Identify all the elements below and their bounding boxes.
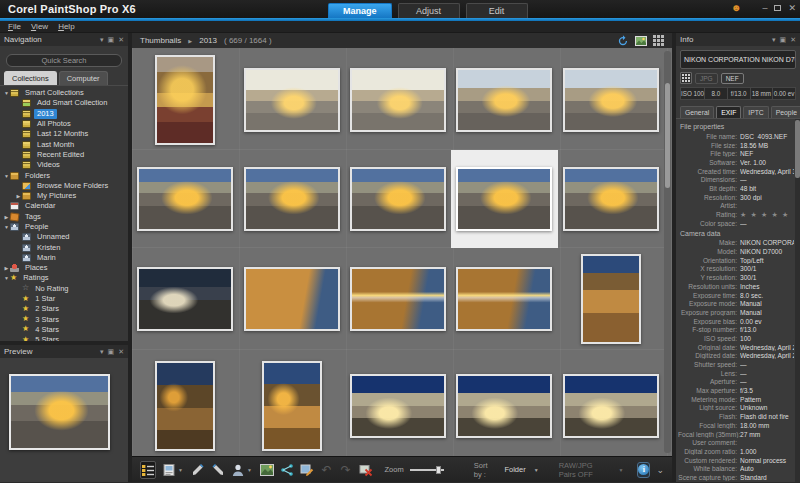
account-icon[interactable]: ☻	[731, 2, 742, 13]
info-tab-iptc[interactable]: IPTC	[743, 106, 768, 118]
sidebar-item-no-rating[interactable]: ☆No Rating	[0, 284, 128, 294]
photo-thumbnail[interactable]	[244, 267, 340, 331]
sidebar-item-2-stars[interactable]: ★2 Stars	[0, 304, 128, 314]
sidebar-item-recent-edited[interactable]: Recent Edited	[0, 150, 128, 160]
panel-close-icon[interactable]: ✕	[790, 36, 796, 44]
collapse-arrow-icon[interactable]: ▼	[3, 173, 10, 179]
sidebar-item-folders[interactable]: ▼Folders	[0, 170, 128, 180]
collapse-arrow-icon[interactable]: ▼	[3, 275, 10, 281]
info-tab-people[interactable]: People	[771, 106, 800, 118]
image-map-icon[interactable]	[260, 461, 274, 479]
nav-tab-computer[interactable]: Computer	[59, 71, 108, 85]
photo-thumbnail[interactable]	[137, 167, 233, 231]
sidebar-item-my-pictures[interactable]: ▶My Pictures	[0, 191, 128, 201]
expand-arrow-icon[interactable]: ▶	[15, 193, 22, 199]
sidebar-item-last-12-months[interactable]: Last 12 Months	[0, 129, 128, 139]
sidebar-item-all-photos[interactable]: All Photos	[0, 119, 128, 129]
info-tab-general[interactable]: General	[680, 106, 714, 118]
panel-pin-icon[interactable]: ▣	[108, 36, 115, 44]
sidebar-item-calendar[interactable]: Calendar	[0, 201, 128, 211]
nav-tab-collections[interactable]: Collections	[4, 71, 57, 85]
tab-edit[interactable]: Edit	[466, 3, 528, 18]
photo-thumbnail[interactable]	[137, 267, 233, 331]
breadcrumb-root[interactable]: Thumbnails	[140, 36, 181, 45]
collapse-arrow-icon[interactable]: ▼	[3, 224, 10, 230]
photo-thumbnail[interactable]	[244, 68, 340, 132]
info-toggle-button[interactable]: i	[637, 462, 650, 478]
sidebar-item-unnamed[interactable]: Unnamed	[0, 232, 128, 242]
sidebar-item-4-stars[interactable]: ★4 Stars	[0, 325, 128, 335]
preview-view-icon[interactable]	[162, 461, 176, 479]
photo-thumbnail[interactable]	[155, 55, 215, 145]
menu-item-view[interactable]: View	[31, 22, 48, 31]
sidebar-item-smart-collections[interactable]: ▼Smart Collections	[0, 88, 128, 98]
apply-edits-pen-icon[interactable]	[211, 461, 225, 479]
panel-menu-icon[interactable]: ▾	[772, 36, 776, 44]
format-badge-jpg[interactable]: JPG	[695, 73, 718, 84]
panel-pin-icon[interactable]: ▣	[780, 36, 787, 44]
photo-thumbnail[interactable]	[456, 68, 552, 132]
sidebar-item-people[interactable]: ▼People	[0, 222, 128, 232]
panel-close-icon[interactable]: ✕	[118, 36, 124, 44]
sidebar-item-browse-more-folders[interactable]: Browse More Folders	[0, 181, 128, 191]
sidebar-item-videos[interactable]: Videos	[0, 160, 128, 170]
capture-edits-pen-icon[interactable]	[191, 461, 205, 479]
sidebar-item-last-month[interactable]: Last Month	[0, 139, 128, 149]
photo-thumbnail[interactable]	[563, 167, 659, 231]
restore-icon[interactable]	[774, 3, 781, 13]
thumbnail-grid-icon[interactable]	[680, 72, 692, 84]
collapse-tray-icon[interactable]: ⌄	[656, 465, 664, 475]
raw-jpg-pairs-dropdown[interactable]: RAW/JPG Pairs OFF	[559, 461, 611, 479]
panel-menu-icon[interactable]: ▾	[100, 36, 104, 44]
share-icon[interactable]	[280, 461, 294, 479]
photo-thumbnail[interactable]	[456, 267, 552, 331]
minimize-icon[interactable]: –	[762, 3, 767, 13]
sidebar-item-kristen[interactable]: Kristen	[0, 242, 128, 252]
photo-thumbnail[interactable]	[244, 167, 340, 231]
menu-item-help[interactable]: Help	[58, 22, 74, 31]
expand-arrow-icon[interactable]: ▶	[3, 265, 10, 271]
tab-adjust[interactable]: Adjust	[398, 3, 460, 18]
photo-thumbnail[interactable]	[262, 361, 322, 451]
refresh-icon[interactable]	[618, 35, 629, 46]
rotate-right-icon[interactable]: ↷	[339, 461, 352, 479]
photo-thumbnail[interactable]	[563, 68, 659, 132]
tab-manage[interactable]: Manage	[328, 3, 392, 18]
sort-by-dropdown[interactable]: Folder	[504, 465, 525, 474]
photo-thumbnail-selected[interactable]	[456, 167, 552, 231]
grid-view-icon[interactable]	[653, 35, 664, 46]
quick-search-input[interactable]	[6, 54, 122, 67]
dropdown-arrow-icon[interactable]: ▼	[178, 467, 183, 473]
photo-thumbnail[interactable]	[350, 374, 446, 438]
panel-menu-icon[interactable]: ▾	[100, 348, 104, 356]
panel-pin-icon[interactable]: ▣	[108, 348, 115, 356]
photo-thumbnail[interactable]	[563, 374, 659, 438]
photo-thumbnail[interactable]	[350, 167, 446, 231]
photo-thumbnail[interactable]	[350, 267, 446, 331]
sidebar-item-add-smart-collection[interactable]: Add Smart Collection	[0, 98, 128, 108]
collapse-arrow-icon[interactable]: ▼	[3, 90, 10, 96]
sidebar-item-2013[interactable]: 2013	[0, 109, 128, 119]
photo-thumbnail[interactable]	[581, 254, 641, 344]
info-tab-exif[interactable]: EXIF	[716, 106, 741, 118]
zoom-slider[interactable]	[410, 465, 444, 475]
close-icon[interactable]: ✕	[788, 3, 796, 13]
menu-item-file[interactable]: File	[8, 22, 21, 31]
panel-close-icon[interactable]: ✕	[118, 348, 124, 356]
info-scrollbar[interactable]	[795, 119, 800, 482]
sidebar-item-marin[interactable]: Marin	[0, 253, 128, 263]
sidebar-item-places[interactable]: ▶Places	[0, 263, 128, 273]
grid-scrollbar[interactable]	[664, 51, 671, 453]
thumbnail-view-icon[interactable]	[140, 461, 156, 479]
people-tag-icon[interactable]	[231, 461, 245, 479]
sidebar-item-ratings[interactable]: ▼★Ratings	[0, 273, 128, 283]
sidebar-item-3-stars[interactable]: ★3 Stars	[0, 315, 128, 325]
sidebar-item-1-star[interactable]: ★1 Star	[0, 294, 128, 304]
image-icon[interactable]	[635, 36, 647, 46]
rotate-left-icon[interactable]: ↶	[320, 461, 333, 479]
photo-thumbnail[interactable]	[350, 68, 446, 132]
photo-thumbnail[interactable]	[155, 361, 215, 451]
breadcrumb-folder[interactable]: 2013	[199, 36, 217, 45]
delete-icon[interactable]	[359, 461, 373, 479]
dropdown-arrow-icon[interactable]: ▼	[247, 467, 252, 473]
